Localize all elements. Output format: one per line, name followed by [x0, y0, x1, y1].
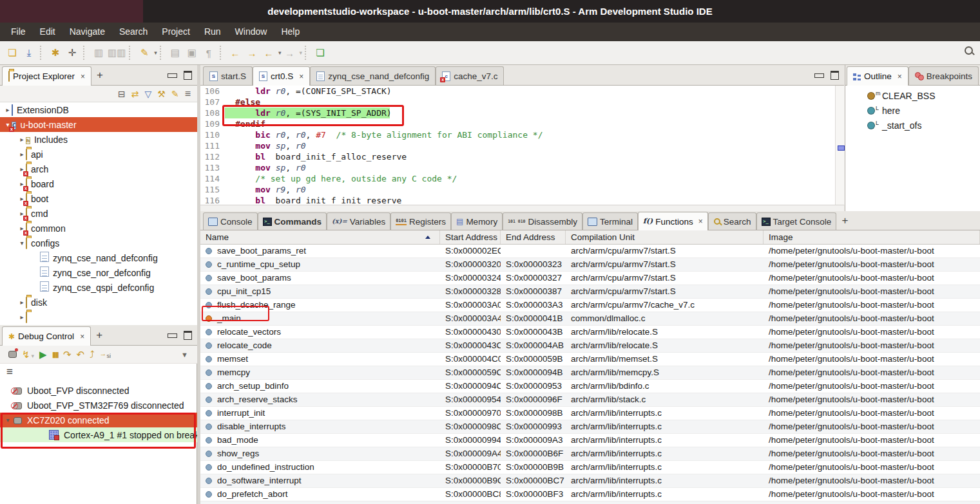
new-view-button[interactable]: + — [91, 69, 108, 82]
code-line-112[interactable]: 112 bl board_init_f_alloc_reserve — [200, 151, 835, 162]
line-number[interactable]: 116 — [200, 195, 225, 205]
save-all-icon[interactable]: ▥▥ — [108, 44, 126, 61]
line-number[interactable]: 112 — [200, 151, 225, 162]
function-row-arch_setup_bdinfo[interactable]: arch_setup_bdinfoS:0x0000094CS:0x0000095… — [200, 380, 980, 393]
close-icon[interactable]: × — [698, 217, 703, 226]
close-icon[interactable]: × — [898, 72, 902, 81]
line-number[interactable]: 107 — [200, 97, 225, 107]
function-row-arch_reserve_stacks[interactable]: arch_reserve_stacksS:0x00000954S:0x00000… — [200, 393, 980, 407]
column-header-image[interactable]: Image — [764, 230, 980, 244]
tab-debug-control[interactable]: ✱ Debug Control × — [2, 326, 91, 346]
minimize-icon[interactable] — [814, 73, 824, 78]
function-row-cpu_init_cp15[interactable]: cpu_init_cp15S:0x00000328S:0x00000387arc… — [200, 285, 980, 299]
line-number[interactable]: 108 — [200, 107, 225, 118]
tab-breakpoints[interactable]: Breakpoints — [908, 66, 979, 85]
maximize-icon[interactable] — [184, 71, 192, 80]
breakpoint-gutter[interactable] — [225, 184, 235, 195]
build-icon[interactable]: ⚒ — [157, 89, 166, 99]
connect-target-icon[interactable] — [6, 349, 17, 360]
step-over-icon[interactable]: ↷ — [63, 349, 72, 360]
code-line-113[interactable]: 113 mov sp, r0 — [200, 162, 835, 173]
debug-item[interactable]: Cortex-A9_1 #1 stopped on breakpo — [0, 427, 197, 442]
new-debug-icon[interactable]: ✱ — [48, 44, 63, 61]
back-annotation-icon[interactable]: ← — [227, 44, 243, 61]
debug-item[interactable]: ▾XC7Z020 connected — [0, 413, 197, 427]
chevron-right-icon[interactable]: ▸ — [18, 151, 26, 158]
menu-item-navigate[interactable]: Navigate — [62, 23, 112, 41]
chevron-right-icon[interactable]: ▸ — [18, 136, 26, 143]
bottom-tab-commands[interactable]: >_Commands — [258, 212, 327, 230]
line-number[interactable]: 115 — [200, 184, 225, 195]
highlighter-icon[interactable]: ✎ — [137, 44, 152, 61]
tree-item-boot[interactable]: ▸xboot — [0, 191, 197, 206]
code-line-116[interactable]: 116 bl board_init_f_init_reserve — [200, 195, 835, 205]
tree-item-u-boot-master[interactable]: ▾Cxu-boot-master — [0, 117, 197, 132]
editor-tab-start.S[interactable]: Sstart.S — [203, 66, 253, 85]
pause-icon[interactable]: ▮▮ — [52, 350, 58, 359]
step-into-icon[interactable]: ↶ — [76, 349, 84, 360]
debug-item[interactable]: Uboot_FVP_STM32F769 disconnected — [0, 398, 197, 413]
search-icon[interactable] — [965, 46, 975, 57]
close-icon[interactable]: × — [299, 72, 303, 81]
outline-doc-icon[interactable]: ▣ — [184, 44, 200, 61]
editor-tab-cache_v7.c[interactable]: cxcache_v7.c — [436, 66, 504, 85]
breakpoint-gutter[interactable] — [225, 118, 235, 129]
code-line-114[interactable]: 114 /* set up gd here, outside any C cod… — [200, 173, 835, 184]
new-view-button[interactable]: + — [91, 329, 108, 342]
minimize-icon[interactable] — [168, 333, 177, 338]
breakpoint-gutter[interactable] — [225, 162, 235, 173]
column-header-end-address[interactable]: End Address — [501, 230, 566, 244]
breakpoint-gutter[interactable] — [225, 173, 235, 184]
bottom-tab-disassembly[interactable]: 101 010Disassembly — [503, 212, 582, 230]
function-row-save_boot_params_ret[interactable]: save_boot_params_retS:0x000002ECarch/arm… — [200, 245, 980, 258]
tree-item-board[interactable]: ▸xboard — [0, 176, 197, 191]
code-line-109[interactable]: 109#endif — [200, 118, 835, 129]
step-return-icon[interactable]: ⤴ — [90, 349, 95, 360]
tree-item-cmd[interactable]: ▸xcmd — [0, 206, 197, 221]
function-row-memset[interactable]: memsetS:0x000004C0S:0x0000059Barch/arm/l… — [200, 353, 980, 366]
menu-item-file[interactable]: File — [4, 23, 33, 41]
code-line-107[interactable]: 107#else — [200, 97, 835, 107]
menu-item-help[interactable]: Help — [274, 23, 307, 41]
overview-ruler[interactable] — [835, 86, 845, 205]
breakpoint-gutter[interactable] — [225, 97, 235, 107]
save-icon[interactable]: ▥ — [91, 44, 106, 61]
function-row-bad_mode[interactable]: bad_modeS:0x00000994S:0x000009A3arch/arm… — [200, 434, 980, 447]
line-number[interactable]: 106 — [200, 86, 225, 97]
function-row-c_runtime_cpu_setup[interactable]: c_runtime_cpu_setupS:0x00000320S:0x00000… — [200, 258, 980, 272]
tree-item-zynq_cse_qspi_defconfig[interactable]: zynq_cse_qspi_defconfig — [0, 280, 197, 295]
function-row-do_undefined_instruction[interactable]: do_undefined_instructionS:0x00000B70S:0x… — [200, 461, 980, 474]
menu-item-window[interactable]: Window — [228, 23, 274, 41]
bottom-tab-terminal[interactable]: Terminal — [582, 212, 638, 230]
breakpoint-gutter[interactable] — [225, 140, 235, 151]
clean-icon[interactable]: ✎ — [171, 89, 179, 99]
tree-item-Includes[interactable]: ▸hIncludes — [0, 132, 197, 147]
code-line-115[interactable]: 115 mov r9, r0 — [200, 184, 835, 195]
function-row-relocate_vectors[interactable]: relocate_vectorsS:0x00000430S:0x0000043B… — [200, 326, 980, 339]
minimize-icon[interactable] — [168, 73, 177, 78]
view-menu-icon[interactable]: ≡ — [185, 88, 191, 100]
function-row-show_regs[interactable]: show_regsS:0x000009A4S:0x00000B6Farch/ar… — [200, 447, 980, 461]
function-row-save_boot_params[interactable]: save_boot_paramsS:0x00000324S:0x00000327… — [200, 272, 980, 285]
function-row-interrupt_init[interactable]: interrupt_initS:0x00000970S:0x0000098Bar… — [200, 407, 980, 420]
tree-item-configs[interactable]: ▾configs — [0, 236, 197, 250]
tree-item-disk[interactable]: ▸disk — [0, 295, 197, 310]
tab-project-explorer[interactable]: Project Explorer × — [2, 66, 91, 86]
add-view-button[interactable]: + — [836, 214, 853, 227]
function-row-disable_interrupts[interactable]: disable_interruptsS:0x0000098CS:0x000009… — [200, 420, 980, 434]
tree-item-arch[interactable]: ▸xarch — [0, 162, 197, 176]
bottom-tab-console[interactable]: Console — [203, 212, 258, 230]
forward-annotation-icon[interactable]: → — [244, 44, 260, 61]
tree-item-common[interactable]: ▸xcommon — [0, 221, 197, 236]
pilcrow-icon[interactable]: ¶ — [201, 44, 216, 61]
breakpoint-gutter[interactable] — [225, 129, 235, 140]
bottom-tab-functions[interactable]: f()Functions× — [638, 212, 708, 230]
collapse-all-icon[interactable]: ⊟ — [118, 89, 126, 99]
chevron-down-icon[interactable]: ▾ — [4, 416, 12, 424]
tree-item-ExtensionDB[interactable]: ▸ExtensionDB — [0, 102, 197, 117]
maximize-icon[interactable] — [831, 71, 839, 80]
maximize-icon[interactable] — [184, 331, 192, 340]
editor-tab-crt0.S[interactable]: Scrt0.S× — [253, 66, 310, 86]
line-number[interactable]: 111 — [200, 140, 225, 151]
new-window-icon[interactable]: ❏ — [5, 44, 20, 61]
